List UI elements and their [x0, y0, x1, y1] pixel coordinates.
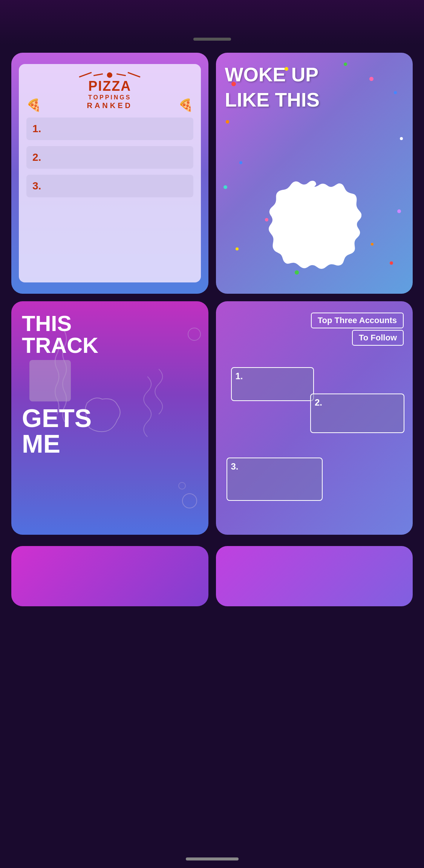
woke-blob-container: [267, 179, 361, 275]
circle-decoration-1: [182, 493, 197, 508]
card-partial-left[interactable]: [11, 546, 208, 606]
slot-label-3: 3.: [227, 458, 322, 475]
pizza-item-2: 2.: [26, 146, 193, 169]
pizza-inner: ⬤ PIZZA TOPPINGS 🍕 RANKED 🍕 1. 2. 3.: [19, 64, 201, 282]
pizza-ranked: RANKED: [87, 101, 133, 110]
circle-decoration-3: [188, 328, 201, 341]
accounts-badge-2: To Follow: [352, 330, 404, 346]
woke-title-line1: WOKE UP: [225, 64, 318, 85]
slot-label-1: 1.: [232, 368, 313, 384]
woke-title-line2: LIKE THIS: [225, 89, 320, 111]
pizza-title: PIZZA: [26, 78, 193, 94]
track-title-line4: ME: [22, 431, 60, 456]
account-slot-1: 1.: [231, 367, 314, 401]
track-title-line2: TRACK: [22, 334, 98, 356]
top-bar: [0, 0, 424, 45]
pizza-title-area: ⬤ PIZZA TOPPINGS 🍕 RANKED 🍕: [26, 72, 193, 109]
card-this-track[interactable]: THIS TRACK GETS ME: [11, 301, 208, 535]
circle-decoration-2: [178, 482, 186, 490]
pizza-item-3: 3.: [26, 175, 193, 197]
card-grid: ⬤ PIZZA TOPPINGS 🍕 RANKED 🍕 1. 2. 3.: [0, 45, 424, 542]
slot-label-2: 2.: [311, 394, 404, 411]
bottom-partial-row: [0, 546, 424, 606]
account-slot-2: 2.: [310, 394, 404, 433]
pizza-header-decoration: ⬤: [26, 72, 193, 78]
pizza-icon-right: 🍕: [178, 98, 193, 112]
accounts-badge-1: Top Three Accounts: [311, 313, 404, 328]
track-title-line1: THIS: [22, 313, 72, 334]
accounts-title-row: Top Three Accounts To Follow: [225, 313, 404, 346]
top-status-indicator: [193, 38, 231, 41]
pizza-icon-left: 🍕: [26, 98, 41, 112]
track-title-line3: GETS: [22, 405, 92, 431]
card-woke-up[interactable]: WOKE UP LIKE THIS: [216, 53, 413, 294]
card-pizza-toppings[interactable]: ⬤ PIZZA TOPPINGS 🍕 RANKED 🍕 1. 2. 3.: [11, 53, 208, 294]
home-indicator: [186, 857, 239, 860]
track-album-art: [29, 360, 71, 401]
woke-blob-svg: [267, 179, 361, 273]
card-partial-right[interactable]: [216, 546, 413, 606]
card-top-accounts[interactable]: Top Three Accounts To Follow 1. 2. 3.: [216, 301, 413, 535]
pizza-icon-center: ⬤: [107, 72, 113, 78]
account-slot-3: 3.: [227, 458, 323, 501]
pizza-item-1: 1.: [26, 117, 193, 140]
